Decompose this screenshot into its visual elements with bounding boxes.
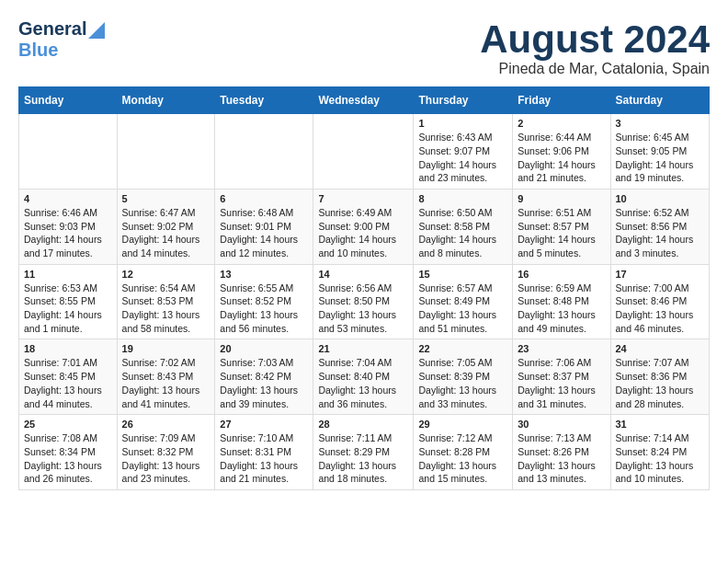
cell-info: Sunset: 8:56 PM [616, 220, 705, 234]
day-number: 8 [418, 193, 507, 204]
header-day-saturday: Saturday [610, 87, 710, 114]
svg-marker-0 [88, 22, 105, 39]
day-number: 29 [418, 419, 507, 430]
calendar-cell: 10Sunrise: 6:52 AMSunset: 8:56 PMDayligh… [610, 189, 710, 264]
header: General Blue August 2024 Pineda de Mar, … [18, 18, 710, 77]
calendar-cell: 20Sunrise: 7:03 AMSunset: 8:42 PMDayligh… [215, 339, 313, 415]
calendar-cell: 9Sunrise: 6:51 AMSunset: 8:57 PMDaylight… [513, 189, 610, 264]
day-number: 6 [220, 193, 308, 204]
calendar-cell: 13Sunrise: 6:55 AMSunset: 8:52 PMDayligh… [215, 264, 313, 339]
cell-info: Sunset: 8:29 PM [318, 445, 408, 459]
cell-info: Sunset: 8:39 PM [418, 370, 507, 384]
logo: General Blue [18, 18, 106, 61]
calendar-cell: 14Sunrise: 6:56 AMSunset: 8:50 PMDayligh… [313, 264, 414, 339]
calendar-cell: 18Sunrise: 7:01 AMSunset: 8:45 PMDayligh… [19, 339, 118, 415]
cell-info: Sunrise: 7:03 AM [220, 356, 308, 370]
cell-info: Sunrise: 6:53 AM [24, 282, 112, 295]
calendar-cell: 6Sunrise: 6:48 AMSunset: 9:01 PMDaylight… [215, 189, 313, 264]
cell-info: Sunset: 9:05 PM [616, 144, 705, 158]
header-day-sunday: Sunday [19, 87, 118, 114]
cell-info: Sunset: 8:31 PM [220, 445, 308, 459]
day-number: 27 [220, 419, 308, 430]
cell-info: Sunrise: 7:13 AM [518, 431, 605, 445]
day-number: 19 [122, 343, 210, 354]
calendar-cell: 25Sunrise: 7:08 AMSunset: 8:34 PMDayligh… [19, 415, 118, 490]
cell-info: Daylight: 13 hours and 46 minutes. [616, 308, 705, 335]
cell-info: Sunrise: 6:55 AM [220, 282, 308, 295]
cell-info: Sunset: 8:46 PM [616, 294, 705, 308]
cell-info: Sunset: 8:36 PM [616, 370, 705, 384]
page-title: August 2024 [480, 18, 710, 61]
cell-info: Sunset: 9:02 PM [122, 220, 210, 234]
page-subtitle: Pineda de Mar, Catalonia, Spain [480, 61, 710, 77]
cell-info: Sunrise: 7:11 AM [318, 431, 408, 445]
calendar-cell: 26Sunrise: 7:09 AMSunset: 8:32 PMDayligh… [117, 415, 215, 490]
calendar-cell: 19Sunrise: 7:02 AMSunset: 8:43 PMDayligh… [117, 339, 215, 415]
cell-info: Sunrise: 6:46 AM [24, 206, 112, 220]
cell-info: Daylight: 14 hours and 5 minutes. [518, 233, 605, 259]
cell-info: Sunset: 8:55 PM [24, 294, 112, 308]
calendar-cell: 24Sunrise: 7:07 AMSunset: 8:36 PMDayligh… [610, 339, 710, 415]
calendar-cell: 3Sunrise: 6:45 AMSunset: 9:05 PMDaylight… [610, 114, 710, 190]
cell-info: Daylight: 13 hours and 58 minutes. [122, 308, 210, 335]
cell-info: Sunrise: 7:02 AM [122, 356, 210, 370]
cell-info: Sunrise: 7:14 AM [616, 431, 705, 445]
cell-info: Daylight: 14 hours and 12 minutes. [220, 233, 308, 259]
cell-info: Sunset: 8:32 PM [122, 445, 210, 459]
calendar-cell: 11Sunrise: 6:53 AMSunset: 8:55 PMDayligh… [19, 264, 118, 339]
cell-info: Sunset: 8:49 PM [418, 294, 507, 308]
calendar-cell: 21Sunrise: 7:04 AMSunset: 8:40 PMDayligh… [313, 339, 414, 415]
header-day-wednesday: Wednesday [313, 87, 414, 114]
calendar-cell: 4Sunrise: 6:46 AMSunset: 9:03 PMDaylight… [19, 189, 118, 264]
cell-info: Sunset: 8:28 PM [418, 445, 507, 459]
cell-info: Sunset: 8:52 PM [220, 294, 308, 308]
cell-info: Daylight: 13 hours and 51 minutes. [418, 308, 507, 335]
calendar-cell: 23Sunrise: 7:06 AMSunset: 8:37 PMDayligh… [513, 339, 610, 415]
cell-info: Daylight: 13 hours and 33 minutes. [418, 384, 507, 410]
day-number: 1 [418, 118, 507, 129]
day-number: 10 [616, 193, 705, 204]
day-number: 2 [518, 118, 605, 129]
cell-info: Sunrise: 6:59 AM [518, 282, 605, 295]
cell-info: Sunrise: 6:48 AM [220, 206, 308, 220]
cell-info: Sunrise: 6:50 AM [418, 206, 507, 220]
calendar-cell: 2Sunrise: 6:44 AMSunset: 9:06 PMDaylight… [513, 114, 610, 190]
cell-info: Sunrise: 6:45 AM [616, 131, 705, 144]
logo-triangle-icon [88, 22, 105, 39]
calendar-cell: 27Sunrise: 7:10 AMSunset: 8:31 PMDayligh… [215, 415, 313, 490]
cell-info: Sunset: 8:26 PM [518, 445, 605, 459]
day-number: 7 [318, 193, 408, 204]
day-number: 20 [220, 343, 308, 354]
cell-info: Daylight: 13 hours and 15 minutes. [418, 459, 507, 486]
calendar-table: SundayMondayTuesdayWednesdayThursdayFrid… [18, 86, 710, 490]
cell-info: Sunset: 8:58 PM [418, 220, 507, 234]
cell-info: Sunset: 8:48 PM [518, 294, 605, 308]
cell-info: Daylight: 13 hours and 21 minutes. [220, 459, 308, 486]
cell-info: Sunset: 9:07 PM [418, 144, 507, 158]
day-number: 15 [418, 269, 507, 280]
day-number: 3 [616, 118, 705, 129]
cell-info: Sunrise: 7:12 AM [418, 431, 507, 445]
cell-info: Sunrise: 6:43 AM [418, 131, 507, 144]
header-day-thursday: Thursday [414, 87, 513, 114]
cell-info: Daylight: 13 hours and 18 minutes. [318, 459, 408, 486]
calendar-cell: 30Sunrise: 7:13 AMSunset: 8:26 PMDayligh… [513, 415, 610, 490]
day-number: 12 [122, 269, 210, 280]
cell-info: Sunrise: 7:10 AM [220, 431, 308, 445]
cell-info: Daylight: 14 hours and 17 minutes. [24, 233, 112, 259]
day-number: 18 [24, 343, 112, 354]
day-number: 5 [122, 193, 210, 204]
cell-info: Sunset: 8:42 PM [220, 370, 308, 384]
day-number: 25 [24, 419, 112, 430]
cell-info: Sunset: 9:01 PM [220, 220, 308, 234]
cell-info: Sunrise: 7:07 AM [616, 356, 705, 370]
cell-info: Sunrise: 6:57 AM [418, 282, 507, 295]
day-number: 17 [616, 269, 705, 280]
day-number: 22 [418, 343, 507, 354]
cell-info: Sunset: 9:03 PM [24, 220, 112, 234]
cell-info: Sunset: 8:24 PM [616, 445, 705, 459]
day-number: 23 [518, 343, 605, 354]
cell-info: Sunset: 9:06 PM [518, 144, 605, 158]
cell-info: Sunrise: 6:44 AM [518, 131, 605, 144]
calendar-cell: 22Sunrise: 7:05 AMSunset: 8:39 PMDayligh… [414, 339, 513, 415]
